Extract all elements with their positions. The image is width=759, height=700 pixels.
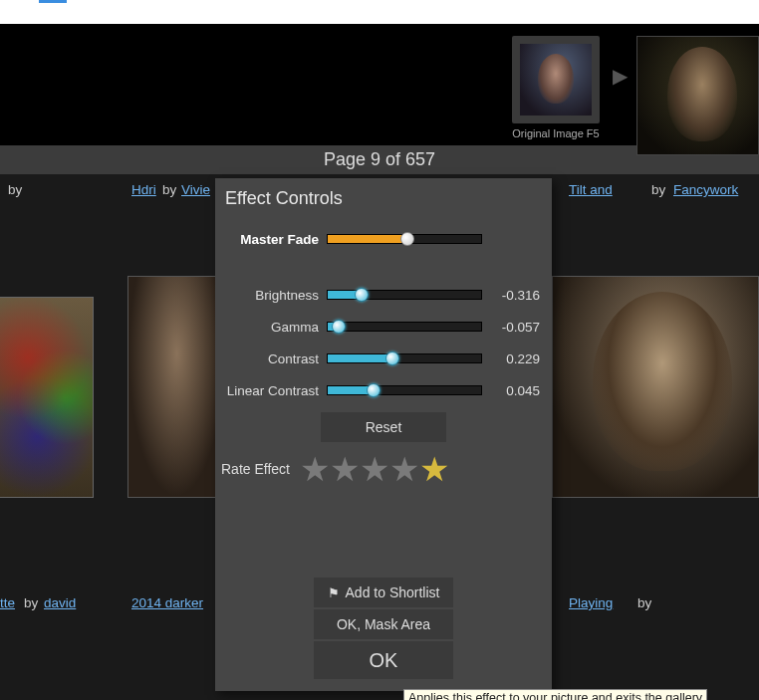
slider-contrast[interactable]	[327, 349, 482, 368]
master-fade-slider[interactable]	[327, 229, 482, 249]
link-2014-darker[interactable]: 2014 darker	[131, 595, 203, 610]
slider-row-linear-contrast: Linear Contrast0.045	[215, 374, 552, 406]
slider-value: 0.229	[482, 351, 540, 366]
slider-label: Linear Contrast	[219, 383, 327, 398]
gallery-preview-right[interactable]	[552, 276, 759, 498]
link-vivie[interactable]: Vivie	[181, 182, 210, 197]
original-thumb-label: Original Image F5	[512, 127, 599, 139]
slider-row-contrast: Contrast0.229	[215, 343, 552, 374]
by-label: by	[8, 182, 22, 197]
reset-button[interactable]: Reset	[321, 412, 446, 442]
slider-value: -0.316	[482, 288, 540, 303]
slider-label: Gamma	[219, 320, 327, 335]
preview-thumb	[636, 36, 759, 155]
top-white-strip	[0, 0, 759, 24]
gallery-preview-mid[interactable]	[127, 276, 217, 498]
by-label: by	[637, 595, 651, 610]
slider-label: Brightness	[219, 288, 327, 303]
rate-label: Rate Effect	[221, 461, 290, 477]
master-fade-row: Master Fade	[215, 223, 552, 255]
by-label: by	[162, 182, 176, 197]
slider-linear-contrast[interactable]	[327, 380, 482, 400]
link-hdri[interactable]: Hdri	[131, 182, 156, 197]
tooltip: Applies this effect to your picture and …	[403, 689, 707, 700]
link-tilt[interactable]: Tilt and	[569, 182, 613, 197]
link-david[interactable]: david	[44, 595, 76, 610]
gallery-preview-left[interactable]	[0, 297, 94, 498]
arrow-icon: ▶	[613, 64, 628, 88]
panel-title: Effect Controls	[215, 178, 552, 223]
rate-row: Rate Effect ★★★★★	[215, 450, 552, 488]
slider-gamma[interactable]	[327, 317, 482, 337]
top-blue-accent	[39, 0, 67, 3]
slider-row-brightness: Brightness-0.316	[215, 279, 552, 311]
shortlist-label: Add to Shortlist	[346, 584, 440, 600]
by-label: by	[24, 595, 38, 610]
header-image-strip: Original Image F5 ▶	[0, 24, 759, 145]
by-label: by	[651, 182, 665, 197]
master-fade-label: Master Fade	[219, 232, 327, 247]
flag-icon: ⚑	[328, 585, 340, 600]
rate-star-4[interactable]: ★	[389, 450, 419, 488]
rate-star-3[interactable]: ★	[360, 450, 389, 488]
rate-star-5[interactable]: ★	[419, 450, 449, 488]
slider-row-gamma: Gamma-0.057	[215, 311, 552, 343]
link-tte[interactable]: tte	[0, 595, 15, 610]
preview-thumb-wrap[interactable]	[636, 36, 759, 155]
panel-button-stack: ⚑ Add to Shortlist OK, Mask Area OK	[314, 578, 453, 679]
ok-mask-area-button[interactable]: OK, Mask Area	[314, 609, 453, 639]
ok-button[interactable]: OK	[314, 641, 453, 679]
slider-brightness[interactable]	[327, 285, 482, 305]
link-playing[interactable]: Playing	[569, 595, 613, 610]
slider-value: -0.057	[482, 320, 540, 335]
rate-star-2[interactable]: ★	[330, 450, 360, 488]
original-thumb-wrap[interactable]: Original Image F5	[512, 36, 600, 139]
rate-star-1[interactable]: ★	[300, 450, 330, 488]
original-thumb	[520, 44, 592, 116]
slider-value: 0.045	[482, 383, 540, 398]
slider-label: Contrast	[219, 351, 327, 366]
link-fancywork[interactable]: Fancywork	[673, 182, 738, 197]
add-to-shortlist-button[interactable]: ⚑ Add to Shortlist	[314, 578, 453, 607]
effect-controls-panel: Effect Controls Master Fade Brightness-0…	[215, 178, 552, 691]
